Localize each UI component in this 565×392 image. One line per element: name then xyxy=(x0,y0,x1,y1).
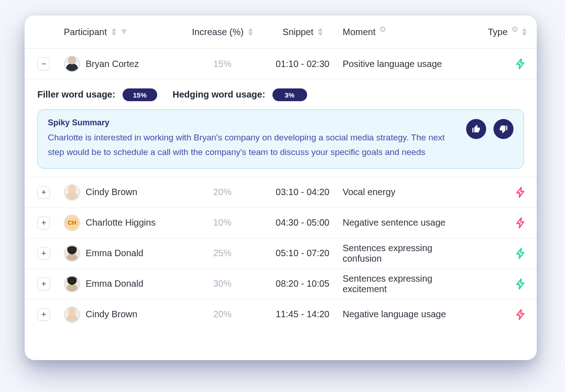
col-type[interactable]: Type xyxy=(472,27,527,37)
increase-value: 30% xyxy=(182,279,262,289)
info-icon[interactable] xyxy=(512,29,518,35)
col-moment-label: Moment xyxy=(343,27,375,37)
snippet-value: 03:10 - 04:20 xyxy=(262,187,343,197)
table-row: + Cindy Brown 20% 11:45 - 14:20 Negative… xyxy=(25,299,537,330)
avatar: CH xyxy=(64,215,80,231)
snippet-value: 04:30 - 05:00 xyxy=(262,217,343,228)
snippet-value: 11:45 - 14:20 xyxy=(262,309,343,320)
sort-icon[interactable] xyxy=(248,28,253,36)
bolt-icon xyxy=(515,186,527,198)
bolt-icon xyxy=(515,248,527,259)
hedging-pill: 3% xyxy=(272,88,307,101)
expand-toggle[interactable]: + xyxy=(37,217,50,229)
increase-value: 20% xyxy=(182,309,262,320)
bolt-icon xyxy=(515,58,527,70)
expanded-panel: Filler word usage: 15% Hedging word usag… xyxy=(25,79,537,177)
hedging-usage: Hedging word usage: 3% xyxy=(173,88,307,101)
col-participant[interactable]: Participant xyxy=(64,27,182,37)
info-icon[interactable] xyxy=(380,29,385,35)
col-snippet[interactable]: Snippet xyxy=(262,27,343,37)
participant-name: Cindy Brown xyxy=(86,309,137,320)
snippet-value: 05:10 - 07:20 xyxy=(262,248,343,258)
analytics-table-card: Participant Increase (%) Snippet xyxy=(25,15,537,360)
moment-value: Sentences expressing excitement xyxy=(343,273,472,294)
summary-card: Spiky Summary Charlotte is interested in… xyxy=(37,109,524,169)
summary-body: Charlotte is interested in working with … xyxy=(48,130,456,160)
table-row: + Emma Donald 30% 08:20 - 10:05 Sentence… xyxy=(25,269,537,299)
participant-name: Cindy Brown xyxy=(86,187,137,197)
increase-value: 10% xyxy=(182,217,262,228)
moment-value: Sentences expressing confusion xyxy=(343,243,472,264)
svg-point-2 xyxy=(383,28,383,28)
col-snippet-label: Snippet xyxy=(282,27,313,37)
expand-toggle[interactable]: + xyxy=(37,308,50,321)
table-row: + CH Charlotte Higgins 10% 04:30 - 05:00… xyxy=(25,208,537,238)
bolt-icon xyxy=(515,309,527,320)
increase-value: 25% xyxy=(182,248,262,258)
participant-name: Emma Donald xyxy=(86,248,144,258)
hedging-label: Hedging word usage: xyxy=(173,89,265,99)
moment-value: Vocal energy xyxy=(343,187,472,197)
participant-name: Bryan Cortez xyxy=(86,59,139,69)
avatar xyxy=(64,245,80,262)
col-increase[interactable]: Increase (%) xyxy=(182,27,262,37)
snippet-value: 01:10 - 02:30 xyxy=(262,59,343,69)
expand-toggle[interactable]: + xyxy=(37,278,50,290)
sort-icon[interactable] xyxy=(112,28,116,36)
col-type-label: Type xyxy=(488,27,508,37)
usage-metrics: Filler word usage: 15% Hedging word usag… xyxy=(37,88,524,101)
table-row: + Emma Donald 25% 05:10 - 07:20 Sentence… xyxy=(25,238,537,269)
increase-value: 15% xyxy=(182,59,262,69)
col-increase-label: Increase (%) xyxy=(192,27,243,37)
expand-toggle[interactable]: + xyxy=(37,186,50,199)
snippet-value: 08:20 - 10:05 xyxy=(262,279,343,289)
sort-icon[interactable] xyxy=(522,28,527,36)
svg-point-5 xyxy=(515,28,515,28)
avatar xyxy=(64,306,80,323)
col-participant-label: Participant xyxy=(64,27,107,37)
increase-value: 20% xyxy=(182,187,262,197)
thumbs-up-button[interactable] xyxy=(466,119,486,139)
filler-pill: 15% xyxy=(123,88,157,101)
thumbs-down-button[interactable] xyxy=(493,119,514,139)
avatar xyxy=(64,56,80,72)
table-row: − Bryan Cortez 15% 01:10 - 02:30 Positiv… xyxy=(25,49,537,79)
filter-icon[interactable] xyxy=(121,27,127,37)
expand-toggle[interactable]: − xyxy=(37,57,50,70)
summary-title: Spiky Summary xyxy=(48,118,456,128)
sort-icon[interactable] xyxy=(318,28,323,36)
participant-name: Emma Donald xyxy=(86,279,144,289)
col-moment[interactable]: Moment xyxy=(343,27,472,37)
avatar xyxy=(64,184,80,201)
table-row: + Cindy Brown 20% 03:10 - 04:20 Vocal en… xyxy=(25,177,537,208)
moment-value: Negative language usage xyxy=(343,309,472,320)
bolt-icon xyxy=(515,278,527,290)
filler-label: Filler word usage: xyxy=(37,89,115,99)
moment-value: Negative sentence usage xyxy=(343,217,472,228)
filler-usage: Filler word usage: 15% xyxy=(37,88,157,101)
bolt-icon xyxy=(515,217,527,229)
avatar xyxy=(64,276,80,292)
moment-value: Positive language usage xyxy=(343,59,472,69)
expand-toggle[interactable]: + xyxy=(37,247,50,260)
participant-name: Charlotte Higgins xyxy=(86,217,155,228)
table-header: Participant Increase (%) Snippet xyxy=(25,15,537,49)
table-body: − Bryan Cortez 15% 01:10 - 02:30 Positiv… xyxy=(25,49,537,330)
